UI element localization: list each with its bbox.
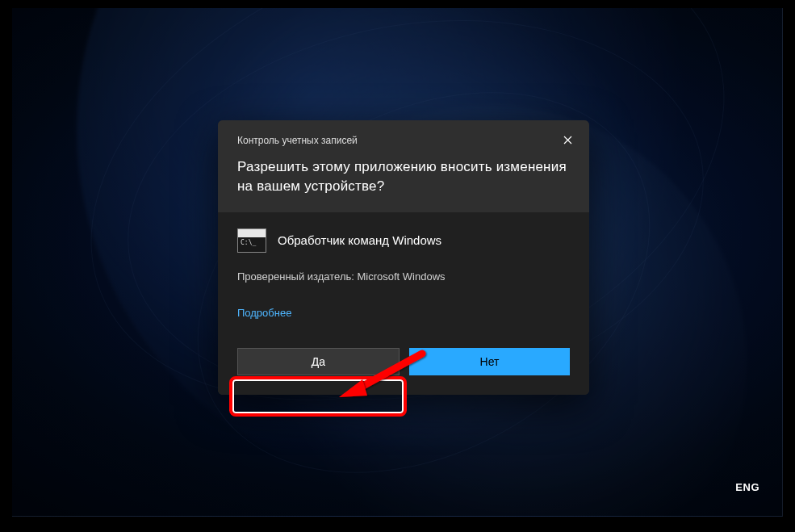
close-icon <box>563 136 572 145</box>
desktop-background: Контроль учетных записей Разрешить этому… <box>12 8 783 517</box>
app-name: Обработчик команд Windows <box>278 233 441 247</box>
no-button[interactable]: Нет <box>409 348 570 375</box>
language-indicator[interactable]: ENG <box>735 481 759 493</box>
uac-dialog: Контроль учетных записей Разрешить этому… <box>218 120 589 395</box>
app-info-row: Обработчик команд Windows <box>237 228 570 253</box>
publisher-text: Проверенный издатель: Microsoft Windows <box>237 270 570 283</box>
cmd-icon <box>237 228 266 253</box>
button-row: Да Нет <box>218 348 589 395</box>
dialog-question: Разрешить этому приложению вносить измен… <box>218 151 589 212</box>
details-link[interactable]: Подробнее <box>237 307 291 319</box>
close-button[interactable] <box>554 128 581 151</box>
dialog-body: Обработчик команд Windows Проверенный из… <box>218 212 589 348</box>
dialog-title: Контроль учетных записей <box>237 135 570 146</box>
yes-button[interactable]: Да <box>237 348 400 375</box>
dialog-header: Контроль учетных записей <box>218 120 589 151</box>
